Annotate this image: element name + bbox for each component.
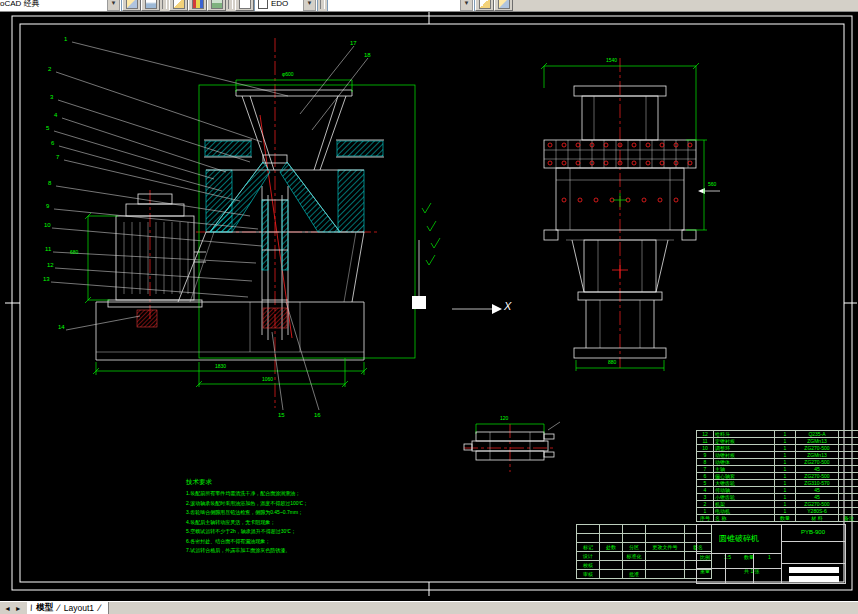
match-properties-button[interactable]: [475, 0, 494, 11]
match-properties-icon: [479, 0, 491, 9]
open-file-icon: [192, 0, 204, 9]
help-icon: [498, 0, 510, 9]
drawing-canvas[interactable]: [0, 11, 858, 602]
tab-model[interactable]: 模型: [33, 602, 56, 614]
autocad-window: { "toolbar": { "workspace": "AutoCAD 经典"…: [0, 0, 858, 614]
layer-combo[interactable]: EDO ▼: [254, 0, 318, 12]
chevron-down-icon: ▼: [107, 0, 120, 11]
tab-layout1[interactable]: Layout1: [61, 603, 97, 613]
toolbar-separator: [162, 0, 167, 9]
image-button[interactable]: [141, 0, 160, 11]
new-file-icon: [173, 0, 185, 9]
layout-tab-bar: ◄ ► \ 模型 / Layout1 /: [0, 601, 858, 614]
plot-button[interactable]: [235, 0, 254, 11]
layer-swatch-icon: [258, 0, 268, 9]
properties-combo[interactable]: ▼: [327, 0, 475, 12]
toolbar-separator: [228, 0, 233, 9]
save-file-icon: [211, 0, 223, 9]
plot-icon: [239, 0, 251, 9]
help-button[interactable]: [494, 0, 513, 11]
workspace-settings-icon: [126, 0, 138, 9]
tab-strip: \ 模型 / Layout1 /: [27, 602, 109, 614]
open-file-button[interactable]: [188, 0, 207, 11]
image-insert-icon: [145, 0, 157, 9]
save-file-button[interactable]: [207, 0, 226, 11]
chevron-down-icon: ▼: [460, 0, 473, 11]
top-toolbar: AutoCAD 经典 ▼ EDO ▼ ▼: [0, 0, 858, 12]
workspace-label: AutoCAD 经典: [0, 0, 40, 9]
detail-view: [464, 422, 560, 472]
new-file-button[interactable]: [169, 0, 188, 11]
toolbar-separator: [320, 0, 325, 9]
tab-nav-buttons[interactable]: ◄ ►: [0, 605, 27, 612]
workspace-switcher[interactable]: AutoCAD 经典 ▼: [0, 0, 122, 12]
drawing-svg: [0, 0, 858, 614]
section-marker: [412, 240, 502, 314]
side-view: [541, 58, 720, 371]
chevron-down-icon: ▼: [303, 0, 316, 11]
workspace-settings-button[interactable]: [122, 0, 141, 11]
layer-combo-value: EDO: [271, 0, 288, 8]
front-section-view: [51, 38, 502, 410]
